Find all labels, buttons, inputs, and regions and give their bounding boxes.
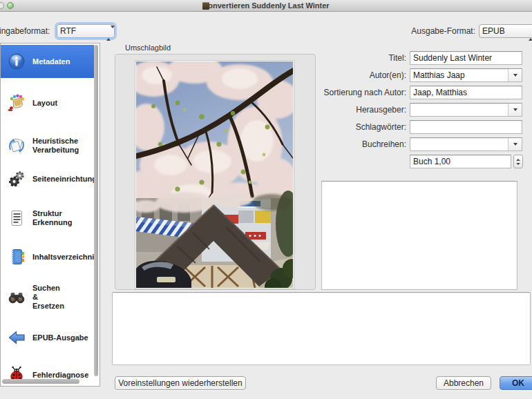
sidebar-item-label: EPUB-Ausgabe <box>32 333 88 342</box>
series-index-field[interactable] <box>410 155 511 168</box>
conversion-sections-sidebar: Metadaten Layout <box>0 43 100 387</box>
series-index-stepper[interactable] <box>513 155 523 168</box>
input-format-popup[interactable]: RTF <box>57 24 115 38</box>
tags-label: Schlagwörter: <box>297 120 406 134</box>
chevron-down-icon <box>508 138 522 150</box>
authors-label: Autor(en): <box>297 68 406 82</box>
window-title: Konvertieren Suddenly Last Winter <box>0 0 532 12</box>
stepper-up-icon <box>516 159 520 161</box>
notebook-icon <box>1 248 32 266</box>
restore-defaults-button[interactable]: Voreinstellungen wiederherstellen <box>115 376 246 390</box>
sidebar-item-search-replace[interactable]: Suchen & Ersetzen <box>1 278 94 315</box>
arrow-left-icon <box>1 329 32 347</box>
sidebar-item-debug[interactable]: Fehlerdiagnose <box>1 360 94 390</box>
window-zoom-button[interactable] <box>7 2 14 9</box>
sidebar-item-label: Struktur Erkennung <box>32 209 72 227</box>
sidebar-item-heuristics[interactable]: Heuristische Verarbeitung <box>1 130 94 162</box>
sidebar-item-label: Inhaltsverzeichnis <box>32 253 94 262</box>
series-combo[interactable] <box>410 137 522 151</box>
author-sort-field[interactable] <box>410 86 522 99</box>
titlebar[interactable]: Konvertieren Suddenly Last Winter <box>0 0 532 12</box>
status-message-box[interactable] <box>112 292 531 365</box>
output-format-label: Ausgabe-Format: <box>387 24 475 38</box>
output-format-value: EPUB <box>482 26 505 36</box>
series-label: Buchreihen: <box>297 137 406 151</box>
sidebar-item-label: Metadaten <box>32 57 70 66</box>
document-proxy-icon <box>202 2 209 10</box>
pages-transform-icon <box>1 137 32 155</box>
popup-arrows-icon <box>529 27 532 35</box>
authors-combo[interactable]: Matthias Jaap <box>410 68 522 82</box>
cancel-button[interactable]: Abbrechen <box>436 376 491 390</box>
comments-textarea[interactable] <box>321 181 517 290</box>
tags-field[interactable] <box>410 120 522 134</box>
chevron-down-icon <box>508 104 522 116</box>
title-label: Titel: <box>297 51 406 65</box>
author-sort-label: Sortierung nach Autor: <box>297 86 406 99</box>
convert-dialog-window: { "window": { "title": "Konvertieren Sud… <box>0 0 532 399</box>
sidebar-vertical-scrollbar[interactable] <box>94 45 98 376</box>
sidebar-item-label: Heuristische Verarbeitung <box>32 137 79 155</box>
paint-bucket-icon <box>1 94 32 112</box>
sidebar-item-label: Suchen & Ersetzen <box>32 284 64 311</box>
title-field[interactable] <box>410 51 522 65</box>
info-icon <box>1 52 32 70</box>
gears-icon <box>1 170 32 188</box>
output-format-popup[interactable]: EPUB <box>479 24 532 38</box>
authors-value: Matthias Jaap <box>413 70 465 80</box>
sidebar-item-metadata[interactable]: Metadaten <box>1 45 94 78</box>
sidebar-item-label: Fehlerdiagnose <box>32 371 88 380</box>
document-lines-icon <box>1 209 32 227</box>
cover-group-label: Umschlagbild <box>123 43 173 52</box>
chevron-down-icon <box>508 69 522 81</box>
publisher-label: Herausgeber: <box>297 103 406 117</box>
cover-image <box>135 60 294 289</box>
sidebar-item-label: Seiteneinrichtung <box>32 175 94 184</box>
ok-button[interactable]: OK <box>500 376 532 390</box>
sidebar-item-label: Layout <box>32 99 57 108</box>
sidebar-item-layout[interactable]: Layout <box>1 87 94 119</box>
sidebar-item-epub-output[interactable]: EPUB-Ausgabe <box>1 322 94 353</box>
input-format-label: Eingabeformat: <box>0 24 50 38</box>
publisher-combo[interactable] <box>410 103 522 117</box>
binoculars-icon <box>1 288 32 306</box>
sidebar-horizontal-scrollbar[interactable] <box>2 379 79 384</box>
sidebar-item-toc[interactable]: Inhaltsverzeichnis <box>1 240 94 273</box>
sidebar-item-structure-detection[interactable]: Struktur Erkennung <box>1 202 94 235</box>
stepper-down-icon <box>516 163 520 165</box>
popup-arrows-icon <box>106 27 111 35</box>
input-format-value: RTF <box>60 26 76 36</box>
sidebar-item-page-setup[interactable]: Seiteneinrichtung <box>1 162 94 195</box>
